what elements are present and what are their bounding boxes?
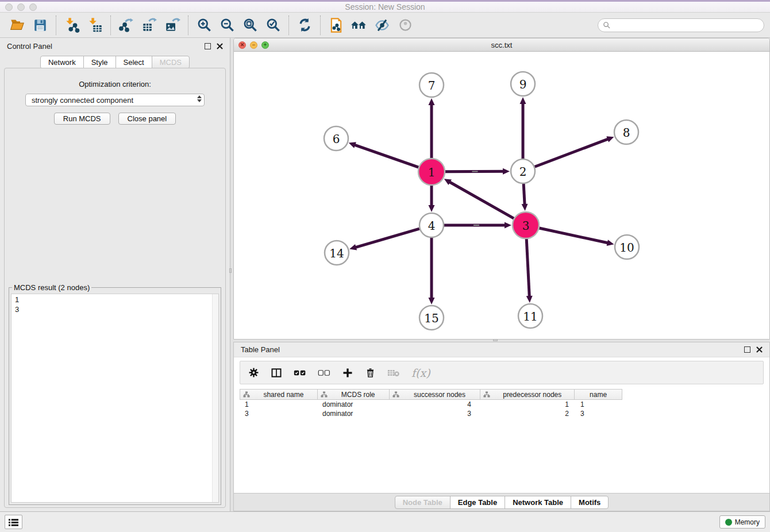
graph-node[interactable]: 10 (615, 235, 639, 259)
delete-column-trash-icon[interactable] (365, 367, 376, 379)
tab-motifs[interactable]: Motifs (571, 496, 609, 509)
graph-edge[interactable] (445, 168, 510, 175)
refresh-view-icon[interactable] (293, 15, 316, 36)
graph-edge[interactable] (444, 222, 511, 229)
delete-table-icon (387, 368, 400, 377)
tab-edge-table[interactable]: Edge Table (450, 496, 505, 509)
function-builder-icon: f(x) (411, 367, 430, 379)
table-cell: dominator (317, 410, 389, 418)
graph-node[interactable]: 6 (324, 126, 348, 151)
table-cell: 3 (389, 410, 480, 418)
table-cell: 1 (480, 400, 575, 408)
graph-node[interactable]: 7 (419, 73, 444, 97)
column-header-predecessor-nodes[interactable]: predecessor nodes (480, 390, 575, 399)
search-input[interactable] (614, 21, 759, 29)
save-session-icon[interactable] (29, 15, 52, 36)
search-field[interactable] (598, 18, 764, 32)
graph-node[interactable]: 14 (325, 241, 349, 265)
tree-icon (392, 391, 399, 398)
export-image-icon[interactable] (161, 15, 184, 36)
criterion-dropdown[interactable]: strongly connected component (25, 94, 205, 106)
clone-network-icon[interactable] (325, 15, 348, 36)
hide-panel-icon[interactable] (371, 15, 394, 36)
open-session-icon[interactable] (6, 15, 29, 36)
mcds-result-textarea[interactable]: 1 3 (11, 294, 219, 503)
table-settings-gear-icon[interactable] (248, 367, 259, 378)
column-header-successor-nodes[interactable]: successor nodes (390, 390, 481, 399)
column-header-name[interactable]: name (575, 390, 622, 399)
table-row[interactable]: 1dominator411 (240, 400, 764, 409)
graph-edge[interactable] (444, 179, 514, 218)
close-panel-button[interactable]: Close panel (118, 113, 176, 125)
graph-edge[interactable] (349, 142, 419, 167)
network-close-button[interactable]: ✕ (238, 41, 246, 49)
tab-mcds[interactable]: MCDS (152, 56, 190, 69)
graph-node[interactable]: 3 (513, 212, 539, 238)
graph-node[interactable]: 9 (511, 72, 535, 96)
import-network-icon[interactable] (60, 15, 83, 36)
reset-home-icon[interactable] (348, 15, 371, 36)
table-cell: 3 (240, 410, 317, 418)
memory-label: Memory (735, 518, 760, 526)
graph-edge[interactable] (535, 136, 614, 167)
export-network-icon[interactable] (115, 15, 138, 36)
zoom-fit-icon[interactable] (238, 15, 261, 36)
table-row[interactable]: 3dominator323 (240, 409, 764, 418)
table-cell: 1 (240, 400, 317, 408)
column-header-shared-name[interactable]: shared name (240, 390, 318, 399)
close-panel-icon[interactable] (756, 346, 763, 353)
control-panel-tabs: Network Style Select MCDS (40, 56, 190, 69)
zoom-in-icon[interactable] (192, 15, 215, 36)
column-header-mcds-role[interactable]: MCDS role (318, 390, 390, 399)
result-line: 1 (15, 295, 215, 304)
graph-node[interactable]: 8 (614, 120, 638, 144)
tab-style[interactable]: Style (83, 56, 116, 69)
zoom-selected-icon[interactable] (261, 15, 284, 36)
graph-node[interactable]: 2 (511, 159, 535, 183)
tab-network-table[interactable]: Network Table (505, 496, 571, 509)
graph-edge[interactable] (349, 229, 419, 250)
window-title: Session: New Session (0, 2, 770, 11)
table-panel: Table Panel f(x) shared name (233, 342, 770, 511)
run-mcds-button[interactable]: Run MCDS (54, 113, 110, 125)
network-canvas[interactable]: 7968124314101511 (234, 52, 769, 339)
graph-node[interactable]: 11 (518, 304, 542, 328)
close-panel-icon[interactable] (217, 43, 223, 49)
import-table-icon[interactable] (83, 15, 106, 36)
splitter-handle[interactable] (493, 339, 498, 341)
graph-edge[interactable] (429, 186, 435, 212)
export-table-icon[interactable] (138, 15, 161, 36)
graph-edge[interactable] (429, 238, 435, 304)
graph-node[interactable]: 1 (418, 159, 445, 185)
select-all-columns-icon[interactable] (294, 369, 306, 377)
tab-node-table[interactable]: Node Table (395, 496, 451, 509)
graph-node[interactable]: 15 (419, 306, 444, 330)
zoom-out-icon[interactable] (215, 15, 238, 36)
graph-edge[interactable] (522, 184, 528, 211)
graph-edge[interactable] (429, 98, 435, 158)
network-view-window: scc.txt ✕ − + 7968124314101511 (233, 38, 770, 340)
tab-select[interactable]: Select (116, 56, 152, 69)
criterion-value: strongly connected component (32, 96, 133, 105)
birdseye-view-icon[interactable] (394, 15, 417, 36)
network-graph: 7968124314101511 (234, 52, 769, 339)
result-scrollbar[interactable] (212, 294, 218, 502)
create-column-plus-icon[interactable] (342, 367, 353, 379)
network-maximize-button[interactable]: + (261, 41, 269, 49)
splitter-handle[interactable] (229, 268, 232, 273)
toolbar-separator (188, 16, 188, 35)
tab-network[interactable]: Network (40, 56, 84, 69)
graph-node-label: 8 (623, 126, 630, 140)
graph-edge[interactable] (520, 97, 526, 159)
graph-edge[interactable] (539, 228, 614, 246)
mcds-result-group: MCDS result (2 nodes) 1 3 (9, 283, 221, 505)
memory-button[interactable]: Memory (719, 515, 765, 529)
float-panel-icon[interactable] (205, 43, 211, 49)
network-minimize-button[interactable]: − (250, 41, 257, 49)
graph-node[interactable]: 4 (419, 213, 444, 237)
task-history-button[interactable] (5, 515, 22, 529)
graph-edge[interactable] (526, 239, 533, 303)
float-panel-icon[interactable] (744, 346, 750, 353)
unselect-all-columns-icon[interactable] (318, 369, 330, 377)
show-columns-icon[interactable] (271, 367, 282, 379)
